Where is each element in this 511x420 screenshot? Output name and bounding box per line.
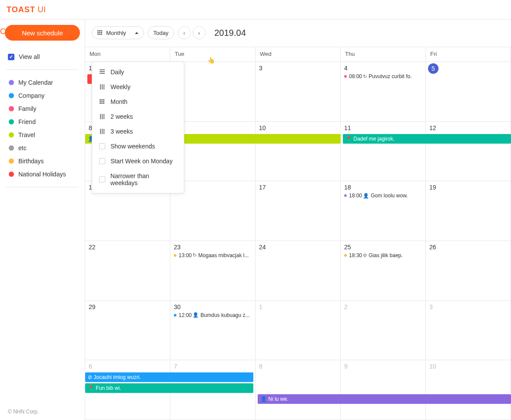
event-item[interactable]: 18:00👤Gom loolu wow. [344, 193, 422, 199]
grid-icon [97, 30, 103, 35]
event-type-icon: ↻ [363, 74, 367, 79]
event-bar[interactable]: ⊘ Jocauhi imiog wuzri. [85, 372, 253, 382]
day-cell[interactable]: 1818:00👤Gom loolu wow. [341, 181, 426, 241]
view-select-button[interactable]: Monthly [92, 26, 144, 39]
day-cell[interactable]: 8 [256, 360, 341, 420]
date-number: 4 [344, 65, 348, 72]
main-content: Monthly Today ‹ › 2019.04 👆 DailyWeeklyM… [85, 20, 511, 420]
event-time: 08:00 [349, 73, 362, 79]
day-cell[interactable]: 11 [341, 122, 426, 181]
event-item[interactable]: 13:00↻Mogaas mibvacjak l... [174, 252, 252, 258]
calendar-label: National Holidays [18, 171, 66, 178]
day-header: Tue [170, 47, 256, 62]
event-bar[interactable]: 📍 Fun bib wi. [85, 383, 253, 393]
day-cell[interactable]: 24 [256, 241, 341, 300]
checkbox-checked-icon: ✓ [8, 54, 14, 60]
day-cell[interactable]: 2 [341, 301, 426, 360]
calendar-item[interactable]: National Holidays [8, 168, 80, 181]
day-cell[interactable]: 9 [341, 360, 426, 420]
event-type-icon: ↻ [193, 252, 197, 258]
color-dot-icon [9, 93, 14, 98]
dropdown-toggle-option[interactable]: Narrower than weekdays [92, 169, 184, 190]
checkbox-icon [99, 176, 105, 182]
event-item[interactable]: 18:30⊘Gias jilik baep. [344, 252, 422, 258]
event-title: Gom loolu wow. [371, 193, 408, 199]
dropdown-label: Show weekends [110, 143, 155, 150]
columns-icon [100, 84, 104, 90]
dropdown-view-option[interactable]: 3 weeks [92, 124, 184, 139]
week-row: 678910⊘ Jocauhi imiog wuzri.📍 Fun bib wi… [85, 360, 511, 420]
dropdown-view-option[interactable]: Month [92, 94, 184, 109]
day-cell[interactable]: 5 [426, 62, 511, 121]
day-cell[interactable]: 2313:00↻Mogaas mibvacjak l... [170, 241, 256, 300]
dropdown-view-option[interactable]: Weekly [92, 79, 184, 94]
day-cell[interactable]: 26 [426, 241, 511, 300]
day-cell[interactable]: 3 [256, 62, 341, 121]
event-bar[interactable]: 👤 Ni lu we. [258, 394, 511, 404]
day-cell[interactable]: 3 [426, 301, 511, 360]
event-type-icon: 👤 [363, 193, 369, 199]
event-time: 12:00 [179, 312, 192, 318]
next-button[interactable]: › [193, 26, 206, 39]
day-cell[interactable]: 3012:00👤Bumdus kubuagu z... [170, 301, 256, 360]
event-time: 18:00 [349, 193, 362, 199]
today-button[interactable]: Today [148, 26, 174, 39]
day-cell[interactable]: 2518:30⊘Gias jilik baep. [341, 241, 426, 300]
day-cell[interactable]: 17 [256, 181, 341, 241]
dropdown-label: 2 weeks [110, 113, 133, 120]
date-number: 2 [344, 303, 348, 310]
week-row: 222313:00↻Mogaas mibvacjak l...242518:30… [85, 241, 511, 301]
day-cell[interactable]: 1 [256, 301, 341, 360]
date-number: 25 [344, 244, 351, 251]
day-cell[interactable]: 29 [85, 301, 170, 360]
divider [6, 187, 79, 187]
columns-icon [100, 129, 104, 134]
calendar-item[interactable]: Company [8, 89, 80, 102]
prev-button[interactable]: ‹ [178, 26, 191, 39]
color-dot-icon [9, 132, 14, 138]
dropdown-toggle-option[interactable]: Show weekends [92, 139, 184, 154]
calendar-item[interactable]: My Calendar [8, 76, 80, 89]
calendar-item[interactable]: Birthdays [8, 155, 80, 168]
date-number: 11 [344, 124, 351, 131]
view-all-toggle[interactable]: ✓ View all [8, 50, 80, 63]
calendar-item[interactable]: Family [8, 102, 80, 115]
dropdown-view-option[interactable]: 2 weeks [92, 109, 184, 124]
calendar-item[interactable]: Travel [8, 128, 80, 141]
event-dot-icon [344, 254, 347, 257]
day-headers: MonTueWedThuFri [85, 47, 511, 62]
new-schedule-button[interactable]: New schedule [5, 25, 80, 41]
day-cell[interactable]: 408:00↻Puvutvuz curbit fo. [341, 62, 426, 121]
color-dot-icon [9, 145, 14, 151]
day-cell[interactable]: 12 [426, 122, 511, 181]
date-number: 24 [259, 244, 266, 251]
event-bar[interactable]: 📍 Dadef me jagirok. [343, 134, 511, 144]
event-dot-icon [344, 75, 347, 78]
event-title: Gias jilik baep. [369, 252, 403, 258]
day-cell[interactable]: 10 [256, 122, 341, 181]
dropdown-label: Weekly [110, 83, 131, 90]
calendar-item[interactable]: Friend [8, 115, 80, 128]
date-number: 10 [259, 124, 266, 131]
date-number: 3 [429, 303, 433, 310]
date-number: 9 [344, 363, 348, 370]
event-item[interactable]: 08:00↻Puvutvuz curbit fo. [344, 73, 422, 79]
dropdown-toggle-option[interactable]: Start Week on Monday [92, 154, 184, 169]
day-cell[interactable]: 19 [426, 181, 511, 241]
day-cell[interactable]: 10 [426, 360, 511, 420]
day-cell[interactable]: 22 [85, 241, 170, 300]
color-dot-icon [9, 158, 14, 164]
checkbox-icon [99, 143, 105, 149]
color-dot-icon [9, 172, 14, 177]
event-bar-title: ⊘ Jocauhi imiog wuzri. [88, 374, 141, 380]
list-icon [100, 69, 105, 75]
view-all-label: View all [19, 53, 40, 60]
view-dropdown: DailyWeeklyMonth2 weeks3 weeksShow weeke… [92, 62, 184, 193]
dropdown-label: Daily [110, 69, 124, 76]
date-number: 17 [259, 184, 266, 191]
calendar-item[interactable]: etc [8, 141, 80, 155]
toolbar: Monthly Today ‹ › 2019.04 [85, 20, 511, 46]
dropdown-view-option[interactable]: Daily [92, 65, 184, 79]
day-header: Wed [256, 47, 341, 62]
event-item[interactable]: 12:00👤Bumdus kubuagu z... [174, 312, 252, 318]
